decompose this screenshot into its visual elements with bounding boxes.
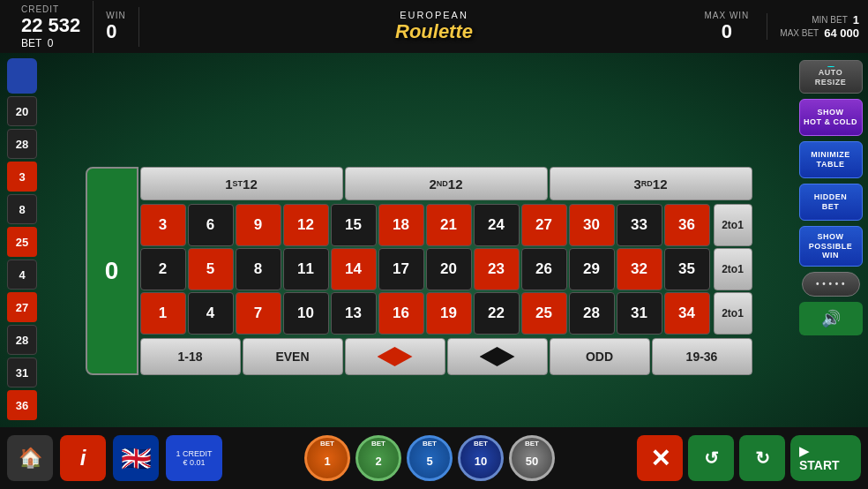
dots-button[interactable]: • • • • •: [802, 272, 860, 297]
win-value: 0: [106, 20, 125, 43]
num-2[interactable]: 2: [140, 248, 186, 290]
show-hot-cold-button[interactable]: SHOWHOT & COLD: [799, 99, 863, 136]
num-33[interactable]: 33: [617, 204, 662, 246]
minbet-value: 1: [853, 13, 859, 26]
num-12[interactable]: 12: [283, 204, 329, 246]
tto1-top[interactable]: 2to1: [714, 204, 752, 246]
bet-black-diamond[interactable]: [447, 338, 548, 375]
recent-num-3: 3: [7, 162, 37, 192]
num-17[interactable]: 17: [378, 248, 424, 290]
recent-num-8: 8: [7, 194, 37, 224]
info-button[interactable]: i: [60, 435, 106, 481]
rebet-double-button[interactable]: ↻: [739, 435, 785, 481]
num-8[interactable]: 8: [236, 248, 281, 290]
chip-1[interactable]: BET 1: [304, 435, 350, 481]
num-29[interactable]: 29: [569, 248, 615, 290]
num-21[interactable]: 21: [426, 204, 472, 246]
num-20[interactable]: 20: [426, 248, 472, 290]
maxwin-section: MAX WIN 0: [704, 11, 749, 43]
recent-num-31: 31: [7, 357, 37, 387]
num-32[interactable]: 32: [617, 248, 662, 290]
bet-odd[interactable]: ODD: [550, 338, 650, 375]
numbers-grid: 3 6 9 12 15 18 21 24 27 30 33 36 2: [140, 204, 710, 335]
num-16[interactable]: 16: [378, 292, 424, 335]
num-18[interactable]: 18: [378, 204, 424, 246]
chip-2[interactable]: BET 2: [355, 435, 401, 481]
footer-action-buttons: ✕ ↺ ↻ ▶ START: [637, 435, 861, 481]
minimize-table-button[interactable]: MINIMIZETABLE: [799, 141, 863, 178]
bet-red-diamond[interactable]: [345, 338, 445, 375]
num-5[interactable]: 5: [188, 248, 234, 290]
chip-50[interactable]: BET 50: [509, 435, 555, 481]
num-24[interactable]: 24: [474, 204, 520, 246]
num-31[interactable]: 31: [617, 292, 662, 335]
bet-label: BET: [21, 37, 41, 49]
num-19[interactable]: 19: [426, 292, 472, 335]
num-36[interactable]: 36: [664, 204, 710, 246]
num-14[interactable]: 14: [331, 248, 377, 290]
maxbet-label: MAX BET: [780, 28, 819, 38]
dozen-1st[interactable]: 1ST 12: [140, 167, 343, 200]
num-26[interactable]: 26: [521, 248, 567, 290]
num-28[interactable]: 28: [569, 292, 615, 335]
num-11[interactable]: 11: [283, 248, 329, 290]
num-9[interactable]: 9: [236, 204, 281, 246]
recent-num-4: 4: [7, 260, 37, 290]
sound-button[interactable]: 🔊: [799, 302, 863, 335]
recent-num-28: 28: [7, 129, 37, 159]
credit-section: CREDIT 22 532 BET 0: [9, 1, 94, 53]
num-6[interactable]: 6: [188, 204, 234, 246]
num-23[interactable]: 23: [474, 248, 520, 290]
credit-line1: 1 CREDIT: [176, 449, 212, 458]
bet-19-36[interactable]: 19-36: [652, 338, 752, 375]
dozen-3rd[interactable]: 3RD 12: [550, 167, 752, 200]
header-bar: CREDIT 22 532 BET 0 WIN 0 EUROPEAN Roule…: [0, 0, 868, 53]
num-4[interactable]: 4: [188, 292, 234, 335]
main-area: 20 28 3 8 25 4 27 28 31 36 0 1ST 12 2ND …: [0, 53, 868, 489]
logo: EUROPEAN Roulette: [395, 10, 473, 43]
dozen-2nd[interactable]: 2ND 12: [345, 167, 548, 200]
home-button[interactable]: 🏠: [7, 435, 53, 481]
show-possible-win-button[interactable]: SHOWPOSSIBLEWIN: [799, 226, 863, 267]
num-27[interactable]: 27: [521, 204, 567, 246]
tto1-column: 2to1 2to1 2to1: [714, 204, 752, 335]
num-7[interactable]: 7: [236, 292, 281, 335]
bet-even[interactable]: EVEN: [243, 338, 343, 375]
bet-1-18[interactable]: 1-18: [140, 338, 241, 375]
maxbet-value: 64 000: [824, 26, 859, 40]
chip-10[interactable]: BET 10: [458, 435, 504, 481]
hidden-bet-button[interactable]: HIDDENBET: [799, 184, 863, 221]
num-35[interactable]: 35: [664, 248, 710, 290]
tto1-mid[interactable]: 2to1: [714, 248, 752, 290]
num-3[interactable]: 3: [140, 204, 186, 246]
chips-area: BET 1 BET 2 BET 5 BET 10 BET 50: [304, 435, 555, 481]
right-sidebar: AUTO RESIZE SHOWHOT & COLD MINIMIZETABLE…: [793, 53, 868, 489]
language-button[interactable]: 🇬🇧: [113, 435, 159, 481]
tto1-bot[interactable]: 2to1: [714, 292, 752, 335]
logo-script: Roulette: [395, 20, 473, 43]
recent-num-25: 25: [7, 227, 37, 257]
credit-denomination-button[interactable]: 1 CREDIT € 0.01: [166, 435, 222, 481]
zero-cell[interactable]: 0: [86, 167, 138, 375]
cancel-button[interactable]: ✕: [637, 435, 683, 481]
num-13[interactable]: 13: [331, 292, 377, 335]
num-34[interactable]: 34: [664, 292, 710, 335]
red-diamond-icon: [378, 347, 413, 366]
num-15[interactable]: 15: [331, 204, 377, 246]
footer-bar: 🏠 i 🇬🇧 1 CREDIT € 0.01 BET 1 BET 2 BET 5…: [0, 427, 868, 489]
num-25[interactable]: 25: [521, 292, 567, 335]
num-22[interactable]: 22: [474, 292, 520, 335]
header-right: MAX WIN 0 MIN BET 1 MAX BET 64 000: [704, 11, 859, 43]
num-1[interactable]: 1: [140, 292, 186, 335]
credit-line2: € 0.01: [183, 458, 205, 467]
rebet-button[interactable]: ↺: [688, 435, 734, 481]
start-label: ▶ START: [799, 444, 852, 472]
bet-value: 0: [48, 37, 54, 49]
maxwin-label: MAX WIN: [704, 11, 749, 20]
start-button[interactable]: ▶ START: [790, 435, 861, 481]
num-10[interactable]: 10: [283, 292, 329, 335]
num-30[interactable]: 30: [569, 204, 615, 246]
chip-5[interactable]: BET 5: [407, 435, 453, 481]
numbers-section: 3 6 9 12 15 18 21 24 27 30 33 36 2: [140, 204, 752, 335]
auto-resize-button[interactable]: AUTO RESIZE: [799, 60, 863, 94]
